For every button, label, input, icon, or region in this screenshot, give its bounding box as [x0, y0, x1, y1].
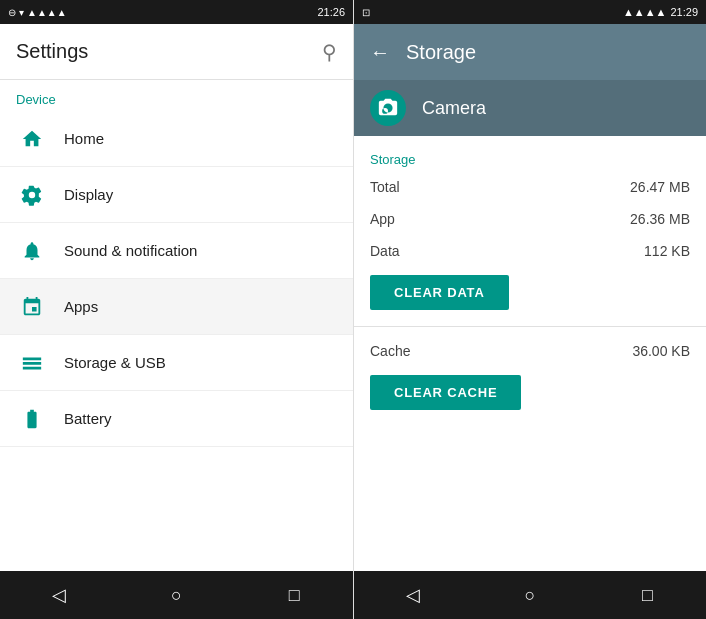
signal-bars-icon: ▲▲▲▲	[27, 7, 67, 18]
back-nav-right[interactable]: ◁	[389, 571, 437, 619]
home-nav-right[interactable]: ○	[506, 571, 554, 619]
camera-app-name: Camera	[422, 98, 486, 119]
storage-row-data: Data 112 KB	[354, 235, 706, 267]
display-icon	[16, 179, 48, 211]
data-label: Data	[370, 243, 400, 259]
status-icons-right: ⊡	[362, 7, 370, 18]
cache-value: 36.00 KB	[632, 343, 690, 359]
notification-icon: ⊡	[362, 7, 370, 18]
search-icon[interactable]: ⚲	[322, 40, 337, 64]
apps-label: Apps	[64, 298, 98, 315]
left-panel: ⊖ ▾ ▲▲▲▲ 21:26 Settings ⚲ Device Home Di…	[0, 0, 353, 619]
clear-data-button[interactable]: CLEAR DATA	[370, 275, 509, 310]
recent-nav-right[interactable]: □	[623, 571, 671, 619]
storage-row-cache: Cache 36.00 KB	[354, 335, 706, 367]
data-value: 112 KB	[644, 243, 690, 259]
apps-icon	[16, 291, 48, 323]
toolbar-left: Settings ⚲	[0, 24, 353, 80]
home-nav-left[interactable]: ○	[152, 571, 200, 619]
storage-icon	[16, 347, 48, 379]
total-value: 26.47 MB	[630, 179, 690, 195]
menu-item-display[interactable]: Display	[0, 167, 353, 223]
menu-item-storage-usb[interactable]: Storage & USB	[0, 335, 353, 391]
signal-icon: ⊖	[8, 7, 16, 18]
sound-icon	[16, 235, 48, 267]
menu-item-battery[interactable]: Battery	[0, 391, 353, 447]
clear-cache-button[interactable]: CLEAR CACHE	[370, 375, 521, 410]
right-panel: ⊡ ▲▲▲▲ 21:29 ← Storage Camera Storage To…	[353, 0, 706, 619]
device-section-label: Device	[0, 80, 353, 111]
menu-item-home[interactable]: Home	[0, 111, 353, 167]
back-arrow-icon[interactable]: ←	[370, 41, 390, 64]
display-label: Display	[64, 186, 113, 203]
status-bar-left: ⊖ ▾ ▲▲▲▲ 21:26	[0, 0, 353, 24]
menu-item-apps[interactable]: Apps	[0, 279, 353, 335]
toolbar-right: ← Storage	[354, 24, 706, 80]
nav-bar-right: ◁ ○ □	[354, 571, 706, 619]
menu-item-sound[interactable]: Sound & notification	[0, 223, 353, 279]
divider	[354, 326, 706, 327]
home-label: Home	[64, 130, 104, 147]
wifi-icon: ▾	[19, 7, 24, 18]
cache-label: Cache	[370, 343, 410, 359]
camera-app-icon	[370, 90, 406, 126]
time-left: 21:26	[317, 6, 345, 18]
recent-nav-left[interactable]: □	[270, 571, 318, 619]
back-nav-left[interactable]: ◁	[35, 571, 83, 619]
app-label: App	[370, 211, 395, 227]
total-label: Total	[370, 179, 400, 195]
storage-row-app: App 26.36 MB	[354, 203, 706, 235]
battery-label: Battery	[64, 410, 112, 427]
settings-title: Settings	[16, 40, 88, 63]
app-value: 26.36 MB	[630, 211, 690, 227]
sound-label: Sound & notification	[64, 242, 197, 259]
app-header: Camera	[354, 80, 706, 136]
storage-section-label: Storage	[354, 136, 706, 171]
status-icons-left: ⊖ ▾ ▲▲▲▲	[8, 7, 67, 18]
nav-bar-left: ◁ ○ □	[0, 571, 353, 619]
status-bar-right: ⊡ ▲▲▲▲ 21:29	[354, 0, 706, 24]
home-icon	[16, 123, 48, 155]
storage-usb-label: Storage & USB	[64, 354, 166, 371]
signal-right-icon: ▲▲▲▲	[623, 6, 667, 18]
storage-content: Storage Total 26.47 MB App 26.36 MB Data…	[354, 136, 706, 571]
time-right: 21:29	[670, 6, 698, 18]
storage-row-total: Total 26.47 MB	[354, 171, 706, 203]
battery-icon	[16, 403, 48, 435]
storage-title: Storage	[406, 41, 476, 64]
